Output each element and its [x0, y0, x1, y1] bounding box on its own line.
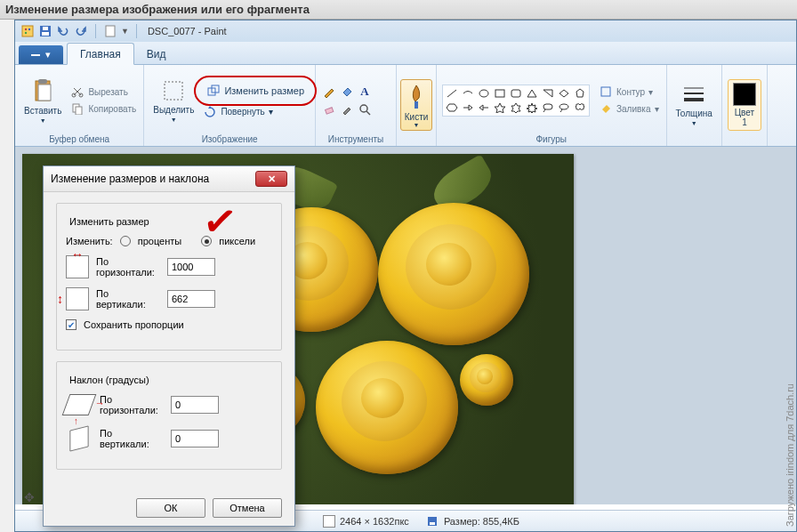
- svg-rect-21: [415, 101, 418, 109]
- svg-rect-14: [76, 107, 82, 115]
- tab-view[interactable]: Вид: [134, 44, 179, 64]
- watermark: Загружено irindom для 7dach.ru: [785, 383, 795, 527]
- keep-aspect-checkbox[interactable]: ✔: [66, 319, 76, 330]
- brushes-button[interactable]: Кисти▼: [400, 79, 432, 131]
- copy-icon: [70, 101, 85, 116]
- picker-tool[interactable]: [339, 101, 355, 117]
- tab-home[interactable]: Главная: [67, 43, 134, 65]
- svg-rect-18: [326, 107, 334, 113]
- ok-button[interactable]: ОК: [136, 498, 205, 518]
- svg-rect-7: [106, 26, 115, 36]
- paste-button[interactable]: Вставить▼: [20, 76, 65, 125]
- svg-point-23: [479, 90, 488, 97]
- skew-h-input[interactable]: [171, 396, 219, 414]
- svg-marker-27: [543, 90, 552, 97]
- svg-rect-43: [430, 522, 435, 525]
- move-cursor-icon: ✥: [24, 490, 35, 504]
- skew-v-input[interactable]: [171, 430, 219, 447]
- group-brushes: Кисти▼: [397, 65, 437, 146]
- redo-icon[interactable]: [74, 24, 88, 38]
- magnifier-tool[interactable]: [357, 101, 373, 117]
- shape-outline-button[interactable]: Контур ▾: [597, 84, 661, 100]
- svg-point-3: [25, 32, 27, 34]
- cut-button[interactable]: Вырезать: [68, 84, 138, 100]
- group-color1: Цвет 1: [722, 65, 768, 146]
- status-dimensions: 2464 × 1632пкс: [323, 515, 409, 528]
- svg-rect-34: [543, 104, 552, 109]
- eraser-tool[interactable]: [321, 101, 337, 117]
- svg-rect-25: [511, 90, 520, 97]
- group-thickness: Толщина▼: [667, 65, 722, 146]
- undo-icon[interactable]: [56, 24, 70, 38]
- svg-line-35: [543, 109, 545, 112]
- svg-marker-32: [511, 103, 520, 113]
- file-menu-button[interactable]: ▾: [19, 45, 63, 64]
- svg-marker-33: [527, 103, 537, 113]
- select-button[interactable]: Выделить▼: [149, 77, 197, 125]
- window-title: DSC_0077 - Paint: [148, 26, 227, 36]
- save-icon: [425, 514, 439, 528]
- article-heading: Изменение размера изображения или его фр…: [0, 0, 797, 20]
- document-icon: [103, 24, 117, 38]
- color1-button[interactable]: Цвет 1: [728, 79, 761, 131]
- svg-marker-31: [495, 103, 505, 113]
- skew-v-icon: [70, 425, 89, 451]
- svg-line-37: [560, 109, 562, 112]
- thickness-button[interactable]: Толщина▼: [672, 82, 716, 128]
- resize-skew-dialog: Изменение размеров и наклона ✕ Изменить …: [43, 165, 295, 527]
- radio-pixels[interactable]: [201, 236, 212, 246]
- save-icon[interactable]: [38, 24, 52, 38]
- horizontal-input[interactable]: [167, 258, 215, 276]
- color1-swatch: [733, 83, 756, 106]
- rotate-button[interactable]: Повернуть ▾: [201, 104, 310, 120]
- cancel-button[interactable]: Отмена: [213, 498, 282, 518]
- scissors-icon: [70, 85, 85, 99]
- skew-h-icon: [62, 394, 97, 415]
- outline-icon: [599, 85, 613, 99]
- fill-tool[interactable]: [339, 84, 355, 100]
- svg-rect-0: [22, 26, 33, 36]
- shape-fill-button[interactable]: Заливка ▾: [597, 101, 661, 117]
- resize-icon: [206, 84, 221, 98]
- svg-rect-24: [495, 90, 504, 97]
- svg-line-20: [366, 111, 370, 115]
- radio-percent[interactable]: [120, 236, 131, 246]
- status-filesize: Размер: 855,4КБ: [425, 514, 519, 528]
- text-tool[interactable]: A: [357, 84, 373, 100]
- quick-access-toolbar: ▼ DSC_0077 - Paint: [15, 20, 796, 42]
- rotate-icon: [203, 105, 217, 119]
- horizontal-dim-icon: [66, 255, 89, 278]
- svg-point-2: [28, 28, 30, 30]
- vertical-input[interactable]: [167, 290, 215, 308]
- copy-button[interactable]: Копировать: [68, 101, 138, 117]
- skew-fieldset: Наклон (градусы) По горизонтали: По верт…: [56, 361, 282, 470]
- svg-rect-38: [601, 87, 610, 96]
- dialog-titlebar[interactable]: Изменение размеров и наклона ✕: [44, 166, 294, 192]
- svg-point-19: [360, 105, 367, 112]
- svg-rect-15: [165, 82, 182, 100]
- svg-point-36: [560, 104, 568, 109]
- svg-marker-29: [576, 89, 584, 97]
- close-button[interactable]: ✕: [255, 171, 287, 187]
- shapes-gallery[interactable]: [442, 85, 590, 117]
- resize-button[interactable]: Изменить размер: [201, 81, 310, 101]
- svg-marker-28: [560, 90, 568, 97]
- svg-rect-10: [38, 85, 51, 101]
- svg-point-1: [25, 28, 27, 30]
- ribbon: Вставить▼ Вырезать Копировать Буфер обме…: [15, 65, 796, 147]
- svg-line-22: [447, 90, 456, 97]
- group-shapes: Контур ▾ Заливка ▾ Фигуры: [437, 65, 667, 146]
- svg-rect-9: [38, 79, 47, 84]
- paint-app-icon[interactable]: [20, 24, 35, 38]
- group-image: Выделить▼ Изменить размер Повернуть ▾ Из…: [144, 65, 316, 146]
- svg-rect-5: [42, 32, 49, 36]
- vertical-dim-icon: [66, 287, 89, 310]
- svg-rect-6: [43, 27, 48, 30]
- dimensions-icon: [323, 515, 335, 528]
- group-clipboard: Вставить▼ Вырезать Копировать Буфер обме…: [15, 65, 144, 146]
- group-tools: A Инструменты: [316, 65, 397, 146]
- svg-marker-26: [527, 90, 536, 97]
- pencil-tool[interactable]: [321, 84, 337, 100]
- svg-marker-30: [447, 104, 457, 111]
- resize-fieldset: Изменить размер Изменить: проценты пиксе…: [56, 203, 282, 351]
